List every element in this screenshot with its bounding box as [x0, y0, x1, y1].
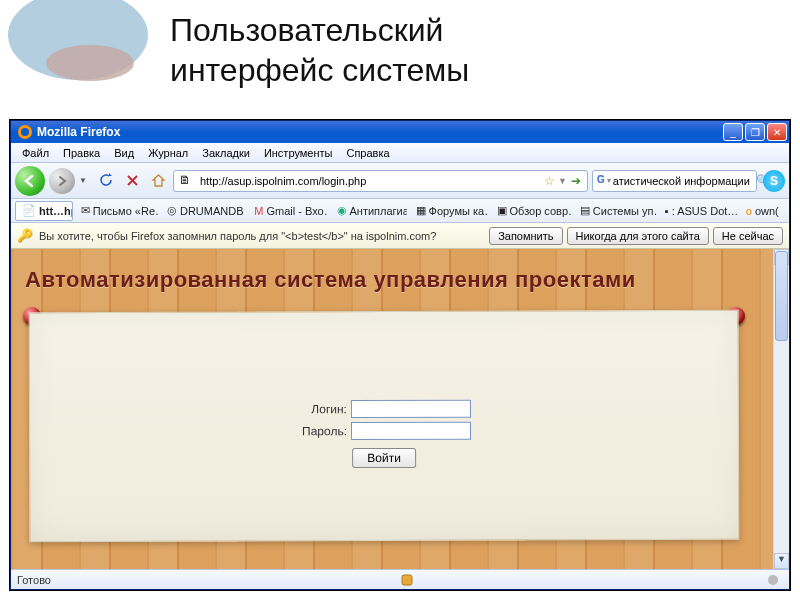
site-icon: ▣: [497, 204, 507, 218]
svg-rect-4: [402, 575, 412, 585]
slide-heading: Пользовательский интерфейс системы: [170, 10, 469, 90]
login-input[interactable]: [351, 400, 471, 418]
menu-help[interactable]: Справка: [339, 145, 396, 161]
search-input[interactable]: [611, 174, 753, 188]
forward-button[interactable]: [49, 168, 75, 194]
login-sheet: Логин: Пароль: Войти: [29, 310, 740, 542]
nav-history-dropdown[interactable]: ▼: [79, 176, 91, 185]
bookmark-label: htt…hp: [39, 205, 73, 217]
bookmark-item[interactable]: ▪ : ASUS Dot…: [658, 201, 738, 221]
login-submit-button[interactable]: Войти: [352, 448, 416, 468]
window-controls: _ ❐ ✕: [723, 123, 787, 141]
reload-button[interactable]: [95, 170, 117, 192]
bookmark-label: Антиплагиат: [350, 205, 408, 217]
page-banner: Автоматизированная система управления пр…: [25, 267, 743, 293]
menu-view[interactable]: Вид: [107, 145, 141, 161]
statusbar-addon-icon[interactable]: [399, 572, 415, 588]
bookmark-item[interactable]: 📄 htt…hp: [15, 201, 73, 221]
bookmark-star-icon[interactable]: ☆: [541, 174, 558, 188]
site-icon: о: [746, 204, 752, 218]
bookmark-item[interactable]: о own(: [739, 201, 785, 221]
svg-point-3: [21, 128, 29, 136]
status-text: Готово: [17, 574, 51, 586]
slide-logo: [0, 0, 170, 125]
page-viewport: Автоматизированная система управления пр…: [11, 249, 789, 569]
page-background: Автоматизированная система управления пр…: [11, 249, 773, 569]
site-icon: ▦: [416, 204, 426, 218]
bookmark-label: DRUMANDB…: [180, 205, 246, 217]
scroll-thumb[interactable]: [775, 251, 788, 341]
window-maximize-button[interactable]: ❐: [745, 123, 765, 141]
window-title: Mozilla Firefox: [37, 125, 723, 139]
skype-button[interactable]: S: [763, 170, 785, 192]
window-close-button[interactable]: ✕: [767, 123, 787, 141]
url-dropdown[interactable]: ▼: [558, 176, 567, 186]
never-for-site-button[interactable]: Никогда для этого сайта: [567, 227, 709, 245]
go-button[interactable]: ➔: [567, 174, 585, 188]
bookmark-item[interactable]: ✉ Письмо «Re…: [74, 201, 159, 221]
vertical-scrollbar[interactable]: ▲ ▼: [773, 249, 789, 569]
gmail-icon: M: [254, 204, 263, 218]
password-input[interactable]: [351, 422, 471, 440]
stop-button[interactable]: [121, 170, 143, 192]
back-button[interactable]: [15, 166, 45, 196]
key-icon: 🔑: [17, 228, 33, 243]
password-label: Пароль:: [297, 424, 347, 438]
bookmark-label: Письмо «Re…: [93, 205, 159, 217]
window-titlebar: Mozilla Firefox _ ❐ ✕: [11, 121, 789, 143]
bookmark-item[interactable]: M Gmail - Вхо…: [247, 201, 328, 221]
stop-icon: [126, 174, 139, 187]
menu-file[interactable]: Файл: [15, 145, 56, 161]
remember-password-button[interactable]: Запомнить: [489, 227, 562, 245]
menu-tools[interactable]: Инструменты: [257, 145, 340, 161]
slide-heading-line1: Пользовательский: [170, 10, 469, 50]
bookmark-label: Обзор совр…: [510, 205, 572, 217]
bookmark-label: Форумы ка…: [429, 205, 489, 217]
arrow-left-icon: [23, 174, 37, 188]
nav-toolbar: ▼ 🗎 ☆ ▼ ➔ G ▾ 🔍 S: [11, 163, 789, 199]
site-icon: ◎: [167, 204, 177, 218]
bookmark-item[interactable]: ◉ Антиплагиат: [330, 201, 408, 221]
password-infobar: 🔑 Вы хотите, чтобы Firefox запомнил паро…: [11, 223, 789, 249]
statusbar-addon-icon[interactable]: [765, 572, 781, 588]
site-icon: ▪: [665, 204, 669, 218]
reload-icon: [99, 173, 114, 188]
bookmarks-bar: 📄 htt…hp ✉ Письмо «Re… ◎ DRUMANDB… M Gma…: [11, 199, 789, 223]
url-bar[interactable]: 🗎 ☆ ▼ ➔: [173, 170, 588, 192]
svg-point-1: [46, 45, 134, 81]
login-form: Логин: Пароль: Войти: [30, 399, 738, 469]
login-label: Логин:: [297, 402, 347, 416]
browser-window: Mozilla Firefox _ ❐ ✕ Файл Правка Вид Жу…: [10, 120, 790, 590]
google-icon: G: [597, 174, 605, 188]
bookmark-item[interactable]: ▤ Системы уп…: [573, 201, 657, 221]
skype-icon: S: [770, 174, 778, 188]
menu-history[interactable]: Журнал: [141, 145, 195, 161]
window-minimize-button[interactable]: _: [723, 123, 743, 141]
bookmark-item[interactable]: ◎ DRUMANDB…: [160, 201, 246, 221]
menu-bookmarks[interactable]: Закладки: [195, 145, 257, 161]
site-icon: ◉: [337, 204, 347, 218]
menu-edit[interactable]: Правка: [56, 145, 107, 161]
site-favicon: 🗎: [179, 173, 195, 189]
bookmark-item[interactable]: ▦ Форумы ка…: [409, 201, 489, 221]
menubar: Файл Правка Вид Журнал Закладки Инструме…: [11, 143, 789, 163]
statusbar: Готово: [11, 569, 789, 589]
site-icon: ▤: [580, 204, 590, 218]
bookmark-label: Системы уп…: [593, 205, 657, 217]
not-now-button[interactable]: Не сейчас: [713, 227, 783, 245]
svg-point-5: [768, 575, 778, 585]
scroll-down-button[interactable]: ▼: [774, 553, 789, 569]
infobar-message: Вы хотите, чтобы Firefox запомнил пароль…: [39, 230, 485, 242]
bookmark-label: : ASUS Dot…: [672, 205, 738, 217]
slide-heading-line2: интерфейс системы: [170, 50, 469, 90]
arrow-right-icon: [56, 175, 68, 187]
bookmark-item[interactable]: ▣ Обзор совр…: [490, 201, 572, 221]
url-input[interactable]: [198, 174, 541, 188]
search-bar[interactable]: G ▾ 🔍: [592, 170, 757, 192]
mail-icon: ✉: [81, 204, 90, 218]
bookmark-label: Gmail - Вхо…: [266, 205, 328, 217]
firefox-icon: [17, 124, 33, 140]
page-icon: 📄: [22, 204, 36, 218]
home-button[interactable]: [147, 170, 169, 192]
bookmark-label: own(: [755, 205, 779, 217]
